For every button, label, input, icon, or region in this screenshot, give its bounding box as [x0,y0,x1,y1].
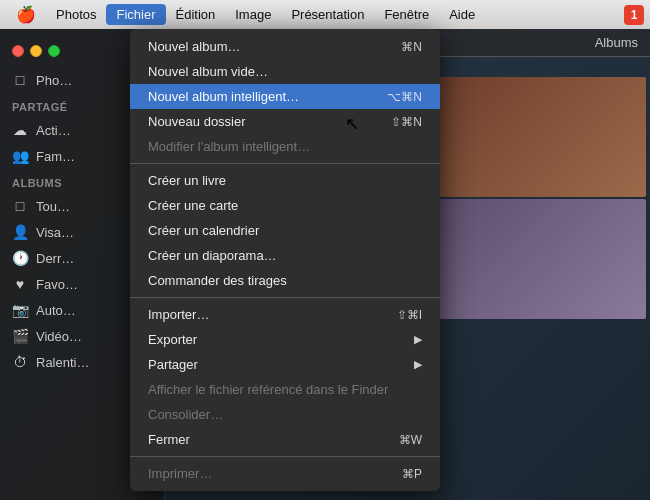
menu-item-nouvel-album-intelligent[interactable]: Nouvel album intelligent… ⌥⌘N [130,84,440,109]
menu-item-creer-livre-label: Créer un livre [148,173,422,188]
menu-item-afficher-finder: Afficher le fichier référencé dans le Fi… [130,377,440,402]
photo-4[interactable] [409,199,647,319]
menubar-fichier[interactable]: Fichier [106,4,165,25]
slow-motion-icon: ⏱ [12,354,28,370]
menu-item-commander-tirages[interactable]: Commander des tirages [130,268,440,293]
menu-item-afficher-finder-label: Afficher le fichier référencé dans le Fi… [148,382,422,397]
sidebar-item-favorites-label: Favo… [36,277,78,292]
videos-icon: 🎬 [12,328,28,344]
menu-item-nouvel-album-vide-label: Nouvel album vide… [148,64,422,79]
menu-item-creer-diaporama-label: Créer un diaporama… [148,248,422,263]
family-icon: 👥 [12,148,28,164]
menu-item-importer-shortcut: ⇧⌘I [397,308,422,322]
menu-item-creer-calendrier-label: Créer un calendrier [148,223,422,238]
sidebar-item-recent-label: Derr… [36,251,74,266]
menubar-presentation[interactable]: Présentation [281,4,374,25]
menu-item-imprimer: Imprimer… ⌘P [130,461,440,486]
sidebar-item-family-label: Fam… [36,149,75,164]
menubar-edition[interactable]: Édition [166,4,226,25]
submenu-arrow-partager: ▶ [414,358,422,371]
sidebar-item-faces-label: Visa… [36,225,74,240]
sidebar-item-slow-motion-label: Ralenti… [36,355,89,370]
sidebar-item-activity-label: Acti… [36,123,71,138]
menu-item-commander-tirages-label: Commander des tirages [148,273,422,288]
notification-badge: 1 [624,5,644,25]
menu-item-creer-calendrier[interactable]: Créer un calendrier [130,218,440,243]
recent-icon: 🕐 [12,250,28,266]
menu-item-fermer-shortcut: ⌘W [399,433,422,447]
menu-item-imprimer-label: Imprimer… [148,466,402,481]
menu-item-fermer-label: Fermer [148,432,399,447]
sidebar-item-photos-label: Pho… [36,73,72,88]
menu-item-partager[interactable]: Partager ▶ [130,352,440,377]
menu-item-exporter-label: Exporter [148,332,414,347]
minimize-button[interactable] [30,45,42,57]
close-button[interactable] [12,45,24,57]
menu-item-modifier-album-label: Modifier l'album intelligent… [148,139,422,154]
menubar: 🍎 Photos Fichier Édition Image Présentat… [0,0,650,29]
sidebar-item-all-label: Tou… [36,199,70,214]
activity-icon: ☁ [12,122,28,138]
menu-item-nouvel-album-intelligent-shortcut: ⌥⌘N [387,90,422,104]
faces-icon: 👤 [12,224,28,240]
menu-item-fermer[interactable]: Fermer ⌘W [130,427,440,452]
favorites-icon: ♥ [12,276,28,292]
apple-menu[interactable]: 🍎 [6,5,46,24]
menu-item-nouvel-album-intelligent-label: Nouvel album intelligent… [148,89,387,104]
menu-item-partager-label: Partager [148,357,414,372]
menu-item-imprimer-shortcut: ⌘P [402,467,422,481]
photos-icon: □ [12,72,28,88]
fullscreen-button[interactable] [48,45,60,57]
sidebar-item-camera-label: Auto… [36,303,76,318]
submenu-arrow-exporter: ▶ [414,333,422,346]
menu-item-importer[interactable]: Importer… ⇧⌘I [130,302,440,327]
menubar-photos[interactable]: Photos [46,4,106,25]
menu-separator-3 [130,456,440,457]
menu-item-nouveau-dossier-label: Nouveau dossier [148,114,391,129]
menu-item-nouvel-album[interactable]: Nouvel album… ⌘N [130,34,440,59]
menu-separator-2 [130,297,440,298]
menubar-image[interactable]: Image [225,4,281,25]
menubar-fenetre[interactable]: Fenêtre [374,4,439,25]
fichier-dropdown-menu: Nouvel album… ⌘N Nouvel album vide… Nouv… [130,29,440,491]
all-photos-icon: □ [12,198,28,214]
menubar-aide[interactable]: Aide [439,4,485,25]
photo-2[interactable] [409,77,647,197]
menu-item-importer-label: Importer… [148,307,397,322]
menu-separator-1 [130,163,440,164]
menu-item-modifier-album: Modifier l'album intelligent… [130,134,440,159]
menubar-right: 1 [624,5,644,25]
sidebar-item-videos-label: Vidéo… [36,329,82,344]
menu-item-creer-carte[interactable]: Créer une carte [130,193,440,218]
menu-item-consolider-label: Consolider… [148,407,422,422]
menu-item-nouveau-dossier-shortcut: ⇧⌘N [391,115,422,129]
camera-icon: 📷 [12,302,28,318]
menu-item-nouvel-album-vide[interactable]: Nouvel album vide… [130,59,440,84]
menu-item-creer-diaporama[interactable]: Créer un diaporama… [130,243,440,268]
albums-title: Albums [595,35,638,50]
menu-item-nouvel-album-label: Nouvel album… [148,39,401,54]
menu-item-nouvel-album-shortcut: ⌘N [401,40,422,54]
menu-item-consolider: Consolider… [130,402,440,427]
menu-item-exporter[interactable]: Exporter ▶ [130,327,440,352]
menu-item-nouveau-dossier[interactable]: Nouveau dossier ⇧⌘N [130,109,440,134]
menu-item-creer-livre[interactable]: Créer un livre [130,168,440,193]
menu-item-creer-carte-label: Créer une carte [148,198,422,213]
